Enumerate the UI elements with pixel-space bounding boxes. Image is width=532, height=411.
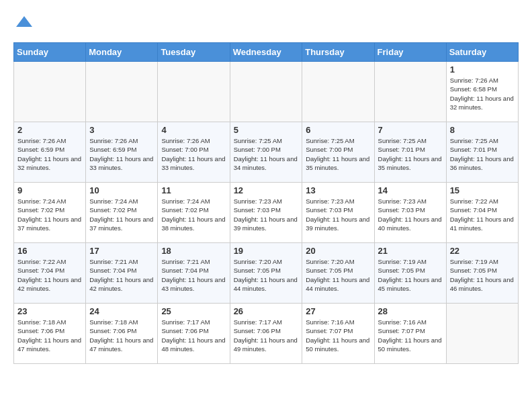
- weekday-header-saturday: Saturday: [446, 43, 518, 62]
- calendar-cell: 13Sunrise: 7:23 AM Sunset: 7:03 PM Dayli…: [302, 183, 374, 243]
- day-info: Sunrise: 7:24 AM Sunset: 7:02 PM Dayligh…: [17, 197, 82, 232]
- day-info: Sunrise: 7:19 AM Sunset: 7:05 PM Dayligh…: [378, 257, 443, 293]
- day-info: Sunrise: 7:17 AM Sunset: 7:06 PM Dayligh…: [161, 318, 226, 353]
- calendar-cell: [302, 62, 374, 122]
- day-info: Sunrise: 7:25 AM Sunset: 7:01 PM Dayligh…: [378, 136, 443, 172]
- day-info: Sunrise: 7:22 AM Sunset: 7:04 PM Dayligh…: [450, 197, 515, 232]
- calendar-cell: 5Sunrise: 7:25 AM Sunset: 7:00 PM Daylig…: [230, 122, 302, 183]
- calendar-week-4: 16Sunrise: 7:22 AM Sunset: 7:04 PM Dayli…: [14, 243, 519, 304]
- calendar-cell: [14, 62, 86, 122]
- calendar-cell: 14Sunrise: 7:23 AM Sunset: 7:03 PM Dayli…: [374, 183, 446, 243]
- day-info: Sunrise: 7:24 AM Sunset: 7:02 PM Dayligh…: [161, 197, 226, 232]
- calendar-cell: 22Sunrise: 7:19 AM Sunset: 7:05 PM Dayli…: [446, 243, 518, 304]
- day-info: Sunrise: 7:22 AM Sunset: 7:04 PM Dayligh…: [17, 257, 82, 293]
- day-info: Sunrise: 7:19 AM Sunset: 7:05 PM Dayligh…: [450, 257, 515, 293]
- day-number: 8: [450, 125, 515, 135]
- weekday-header-friday: Friday: [374, 43, 446, 62]
- day-info: Sunrise: 7:23 AM Sunset: 7:03 PM Dayligh…: [306, 197, 370, 232]
- day-number: 21: [378, 246, 443, 256]
- day-number: 9: [17, 185, 82, 195]
- day-info: Sunrise: 7:21 AM Sunset: 7:04 PM Dayligh…: [161, 257, 226, 293]
- calendar-week-2: 2Sunrise: 7:26 AM Sunset: 6:59 PM Daylig…: [14, 122, 519, 183]
- calendar-cell: 21Sunrise: 7:19 AM Sunset: 7:05 PM Dayli…: [374, 243, 446, 304]
- calendar-cell: 11Sunrise: 7:24 AM Sunset: 7:02 PM Dayli…: [158, 183, 230, 243]
- svg-marker-0: [16, 16, 32, 27]
- day-info: Sunrise: 7:20 AM Sunset: 7:05 PM Dayligh…: [234, 257, 299, 293]
- day-info: Sunrise: 7:21 AM Sunset: 7:04 PM Dayligh…: [89, 257, 154, 293]
- calendar-cell: 1Sunrise: 7:26 AM Sunset: 6:58 PM Daylig…: [446, 62, 518, 122]
- weekday-header-sunday: Sunday: [14, 43, 86, 62]
- calendar-cell: [446, 304, 518, 364]
- calendar-cell: 2Sunrise: 7:26 AM Sunset: 6:59 PM Daylig…: [14, 122, 86, 183]
- day-info: Sunrise: 7:16 AM Sunset: 7:07 PM Dayligh…: [378, 318, 443, 353]
- calendar-cell: [158, 62, 230, 122]
- calendar-cell: 16Sunrise: 7:22 AM Sunset: 7:04 PM Dayli…: [14, 243, 86, 304]
- day-number: 2: [17, 125, 82, 135]
- day-number: 5: [234, 125, 299, 135]
- calendar-cell: 3Sunrise: 7:26 AM Sunset: 6:59 PM Daylig…: [86, 122, 158, 183]
- weekday-header-monday: Monday: [86, 43, 158, 62]
- calendar-cell: 17Sunrise: 7:21 AM Sunset: 7:04 PM Dayli…: [86, 243, 158, 304]
- day-number: 17: [89, 246, 154, 256]
- day-number: 26: [234, 306, 299, 316]
- day-number: 10: [89, 185, 154, 195]
- day-number: 23: [17, 306, 82, 316]
- calendar-cell: 12Sunrise: 7:23 AM Sunset: 7:03 PM Dayli…: [230, 183, 302, 243]
- day-info: Sunrise: 7:26 AM Sunset: 6:58 PM Dayligh…: [450, 76, 515, 111]
- calendar-week-3: 9Sunrise: 7:24 AM Sunset: 7:02 PM Daylig…: [14, 183, 519, 243]
- calendar-cell: 10Sunrise: 7:24 AM Sunset: 7:02 PM Dayli…: [86, 183, 158, 243]
- day-number: 27: [306, 306, 370, 316]
- day-number: 1: [450, 64, 515, 75]
- day-number: 14: [378, 185, 443, 195]
- day-number: 13: [306, 185, 370, 195]
- calendar-cell: 28Sunrise: 7:16 AM Sunset: 7:07 PM Dayli…: [374, 304, 446, 364]
- day-info: Sunrise: 7:20 AM Sunset: 7:05 PM Dayligh…: [306, 257, 370, 293]
- calendar-cell: [86, 62, 158, 122]
- header: [13, 13, 519, 36]
- day-number: 22: [450, 246, 515, 256]
- day-number: 3: [89, 125, 154, 135]
- day-info: Sunrise: 7:25 AM Sunset: 7:01 PM Dayligh…: [450, 136, 515, 172]
- calendar-week-1: 1Sunrise: 7:26 AM Sunset: 6:58 PM Daylig…: [14, 62, 519, 122]
- day-info: Sunrise: 7:26 AM Sunset: 7:00 PM Dayligh…: [161, 136, 226, 172]
- day-number: 20: [306, 246, 370, 256]
- calendar-cell: 4Sunrise: 7:26 AM Sunset: 7:00 PM Daylig…: [158, 122, 230, 183]
- calendar-cell: 15Sunrise: 7:22 AM Sunset: 7:04 PM Dayli…: [446, 183, 518, 243]
- day-info: Sunrise: 7:16 AM Sunset: 7:07 PM Dayligh…: [306, 318, 370, 353]
- day-number: 12: [234, 185, 299, 195]
- day-info: Sunrise: 7:24 AM Sunset: 7:02 PM Dayligh…: [89, 197, 154, 232]
- calendar-cell: 23Sunrise: 7:18 AM Sunset: 7:06 PM Dayli…: [14, 304, 86, 364]
- weekday-header-row: SundayMondayTuesdayWednesdayThursdayFrid…: [14, 43, 519, 62]
- day-number: 25: [161, 306, 226, 316]
- calendar-body: 1Sunrise: 7:26 AM Sunset: 6:58 PM Daylig…: [14, 62, 519, 364]
- calendar-cell: 25Sunrise: 7:17 AM Sunset: 7:06 PM Dayli…: [158, 304, 230, 364]
- calendar-cell: 24Sunrise: 7:18 AM Sunset: 7:06 PM Dayli…: [86, 304, 158, 364]
- calendar-cell: 18Sunrise: 7:21 AM Sunset: 7:04 PM Dayli…: [158, 243, 230, 304]
- calendar-cell: [374, 62, 446, 122]
- calendar-cell: 9Sunrise: 7:24 AM Sunset: 7:02 PM Daylig…: [14, 183, 86, 243]
- day-number: 16: [17, 246, 82, 256]
- logo-icon: [15, 13, 34, 32]
- day-info: Sunrise: 7:23 AM Sunset: 7:03 PM Dayligh…: [378, 197, 443, 232]
- calendar-cell: 27Sunrise: 7:16 AM Sunset: 7:07 PM Dayli…: [302, 304, 374, 364]
- day-info: Sunrise: 7:26 AM Sunset: 6:59 PM Dayligh…: [89, 136, 154, 172]
- day-info: Sunrise: 7:26 AM Sunset: 6:59 PM Dayligh…: [17, 136, 82, 172]
- day-number: 4: [161, 125, 226, 135]
- day-number: 6: [306, 125, 370, 135]
- day-info: Sunrise: 7:18 AM Sunset: 7:06 PM Dayligh…: [89, 318, 154, 353]
- weekday-header-thursday: Thursday: [302, 43, 374, 62]
- calendar-week-5: 23Sunrise: 7:18 AM Sunset: 7:06 PM Dayli…: [14, 304, 519, 364]
- calendar-cell: 19Sunrise: 7:20 AM Sunset: 7:05 PM Dayli…: [230, 243, 302, 304]
- calendar-cell: [230, 62, 302, 122]
- calendar-cell: 26Sunrise: 7:17 AM Sunset: 7:06 PM Dayli…: [230, 304, 302, 364]
- weekday-header-tuesday: Tuesday: [158, 43, 230, 62]
- day-info: Sunrise: 7:23 AM Sunset: 7:03 PM Dayligh…: [234, 197, 299, 232]
- calendar-table: SundayMondayTuesdayWednesdayThursdayFrid…: [13, 42, 519, 364]
- day-info: Sunrise: 7:18 AM Sunset: 7:06 PM Dayligh…: [17, 318, 82, 353]
- weekday-header-wednesday: Wednesday: [230, 43, 302, 62]
- calendar-cell: 7Sunrise: 7:25 AM Sunset: 7:01 PM Daylig…: [374, 122, 446, 183]
- day-number: 24: [89, 306, 154, 316]
- calendar-cell: 20Sunrise: 7:20 AM Sunset: 7:05 PM Dayli…: [302, 243, 374, 304]
- day-number: 18: [161, 246, 226, 256]
- day-number: 15: [450, 185, 515, 195]
